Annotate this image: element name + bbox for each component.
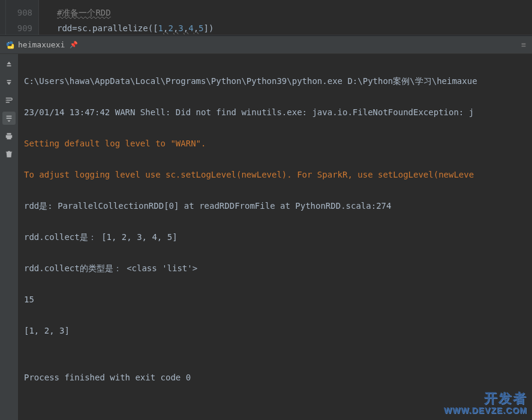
svg-point-0 bbox=[8, 42, 9, 43]
run-toolbar bbox=[0, 54, 18, 420]
watermark: 开发者 WWW.DEVZE.COM bbox=[444, 391, 527, 415]
console-line: Setting default log level to "WARN". bbox=[24, 136, 526, 151]
line-number-gutter: 908 909 910 911 912 913 914 915 916 917 … bbox=[6, 0, 39, 35]
console-output[interactable]: C:\Users\hawa\AppData\Local\Programs\Pyt… bbox=[18, 54, 532, 420]
trash-icon[interactable] bbox=[2, 148, 16, 161]
console-line: 23/01/14 13:47:42 WARN Shell: Did not fi… bbox=[24, 104, 526, 120]
python-icon bbox=[6, 41, 14, 49]
pin-icon[interactable]: 📌 bbox=[70, 41, 78, 49]
code-line: #准备一个RDD bbox=[57, 5, 532, 20]
svg-point-1 bbox=[11, 47, 12, 47]
console-line: To adjust logging level use sc.setLogLev… bbox=[24, 167, 526, 182]
panel-resize-handle[interactable]: ⋯ bbox=[0, 35, 532, 35]
line-number: 908 bbox=[6, 5, 32, 20]
action-gutter bbox=[0, 0, 6, 35]
scroll-down-icon[interactable] bbox=[2, 76, 16, 89]
code-line: rdd=sc.parallelize([1,2,3,4,5]) bbox=[57, 20, 532, 35]
run-body: C:\Users\hawa\AppData\Local\Programs\Pyt… bbox=[0, 54, 532, 420]
scroll-up-icon[interactable] bbox=[2, 58, 16, 71]
run-tab-bar: heimaxuexi 📌 ≡ bbox=[0, 36, 532, 54]
console-line: [1, 2, 3] bbox=[24, 323, 526, 338]
soft-wrap-icon[interactable] bbox=[2, 94, 16, 107]
console-line: rdd.collect的类型是： <class 'list'> bbox=[24, 260, 526, 276]
run-tab-label[interactable]: heimaxuexi bbox=[18, 40, 65, 49]
console-line: C:\Users\hawa\AppData\Local\Programs\Pyt… bbox=[24, 73, 526, 89]
run-panel: heimaxuexi 📌 ≡ C:\Users\hawa\AppData\Loc… bbox=[0, 35, 532, 420]
console-line: Process finished with exit code 0 bbox=[24, 370, 526, 385]
console-line: 15 bbox=[24, 292, 526, 307]
tab-options-icon[interactable]: ≡ bbox=[521, 40, 526, 49]
console-line: rdd.collect是： [1, 2, 3, 4, 5] bbox=[24, 229, 526, 245]
line-number: 909 bbox=[6, 20, 32, 35]
editor-pane: 908 909 910 911 912 913 914 915 916 917 … bbox=[0, 0, 532, 35]
code-editor[interactable]: #准备一个RDD rdd=sc.parallelize([1,2,3,4,5])… bbox=[39, 0, 532, 35]
console-line: rdd是: ParallelCollectionRDD[0] at readRD… bbox=[24, 198, 526, 214]
scroll-to-end-icon[interactable] bbox=[2, 112, 16, 125]
print-icon[interactable] bbox=[2, 130, 16, 143]
